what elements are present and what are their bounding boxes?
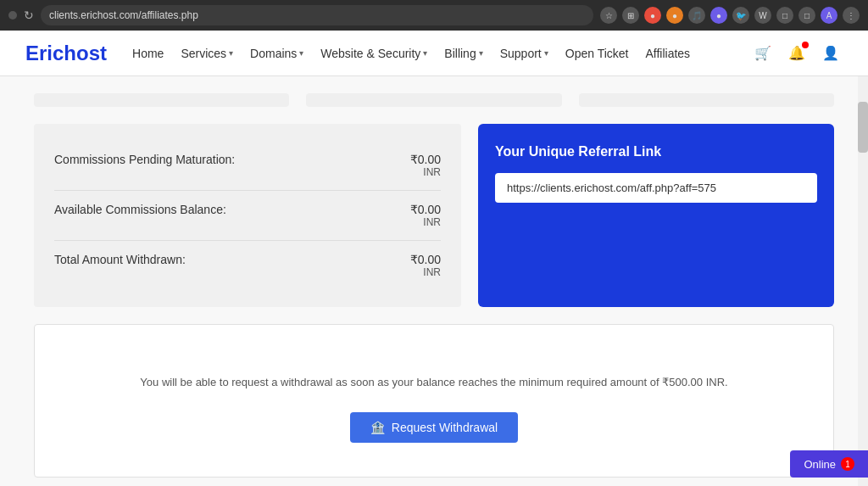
ext-btn6[interactable]: 🐦	[732, 7, 749, 24]
star-btn[interactable]: ☆	[600, 7, 617, 24]
commission-row-2: Available Commissions Balance: ₹0.00 INR	[54, 191, 441, 241]
commission-pending-label: Commissions Pending Maturation:	[54, 153, 235, 166]
browser-dot	[8, 11, 17, 20]
commission-withdrawn-label: Total Amount Withdrawn:	[54, 253, 186, 266]
url-bar[interactable]: clients.erichost.com/affiliates.php	[41, 5, 593, 25]
referral-card: Your Unique Referral Link https://client…	[478, 124, 834, 307]
nav-support[interactable]: Support ▾	[500, 47, 548, 60]
withdrawal-icon: 🏦	[370, 421, 385, 434]
nav-domains[interactable]: Domains ▾	[250, 47, 303, 60]
cart-icon[interactable]: 🛒	[751, 42, 775, 65]
menu-btn[interactable]: ⋮	[843, 7, 860, 24]
main-content: Commissions Pending Maturation: ₹0.00 IN…	[0, 76, 868, 486]
partial-card-1	[34, 93, 289, 107]
browser-actions: ☆ ⊞ ● ● 🎵 ● 🐦 W □ □ A ⋮	[600, 7, 860, 24]
ext-btn8[interactable]: □	[776, 7, 793, 24]
commission-withdrawn-amount: ₹0.00 INR	[410, 253, 441, 278]
navbar: Erichost Home Services ▾ Domains ▾ Websi…	[0, 31, 868, 76]
withdrawal-button-label: Request Withdrawal	[392, 421, 498, 434]
ext-btn4[interactable]: 🎵	[688, 7, 705, 24]
brand-logo[interactable]: Erichost	[25, 42, 107, 65]
online-chat-label: Online	[804, 458, 836, 471]
partial-card-3	[579, 93, 834, 107]
commission-card: Commissions Pending Maturation: ₹0.00 IN…	[34, 124, 461, 307]
referral-link-box[interactable]: https://clients.erichost.com/aff.php?aff…	[495, 173, 817, 203]
nav-website-security[interactable]: Website & Security ▾	[320, 47, 427, 60]
ext-btn1[interactable]: ⊞	[622, 7, 639, 24]
commission-available-amount: ₹0.00 INR	[410, 203, 441, 228]
commission-row-1: Commissions Pending Maturation: ₹0.00 IN…	[54, 141, 441, 191]
nav-open-ticket[interactable]: Open Ticket	[565, 47, 629, 60]
ext-btn5[interactable]: ●	[710, 7, 727, 24]
nav-services[interactable]: Services ▾	[181, 47, 233, 60]
website-security-chevron-icon: ▾	[423, 48, 427, 58]
user-icon[interactable]: 👤	[819, 42, 843, 65]
nav-links: Home Services ▾ Domains ▾ Website & Secu…	[132, 47, 726, 60]
commission-pending-amount: ₹0.00 INR	[410, 153, 441, 178]
partial-card-2	[306, 93, 561, 107]
request-withdrawal-button[interactable]: 🏦 Request Withdrawal	[350, 412, 518, 443]
services-chevron-icon: ▾	[229, 48, 233, 58]
commission-available-label: Available Commissions Balance:	[54, 203, 226, 216]
ext-btn9[interactable]: □	[798, 7, 815, 24]
url-text: clients.erichost.com/affiliates.php	[49, 9, 198, 21]
top-partial-row	[34, 93, 834, 107]
ext-btn7[interactable]: W	[754, 7, 771, 24]
content-row: Commissions Pending Maturation: ₹0.00 IN…	[34, 124, 834, 307]
support-chevron-icon: ▾	[544, 48, 548, 58]
scrollbar-track[interactable]	[858, 76, 868, 486]
domains-chevron-icon: ▾	[299, 48, 303, 58]
scrollbar-thumb[interactable]	[858, 102, 868, 153]
nav-home[interactable]: Home	[132, 47, 164, 60]
billing-chevron-icon: ▾	[479, 48, 483, 58]
online-chat-button[interactable]: Online 1	[790, 450, 868, 478]
bell-icon[interactable]: 🔔	[785, 42, 809, 65]
reload-icon[interactable]: ↻	[24, 8, 34, 22]
ext-btn2[interactable]: ●	[644, 7, 661, 24]
bell-badge	[802, 42, 809, 48]
online-chat-badge: 1	[841, 457, 854, 471]
withdrawal-message: You will be able to request a withdrawal…	[69, 376, 799, 388]
referral-title: Your Unique Referral Link	[495, 144, 817, 159]
ext-btn3[interactable]: ●	[666, 7, 683, 24]
nav-affiliates[interactable]: Affiliates	[645, 47, 690, 60]
commission-row-3: Total Amount Withdrawn: ₹0.00 INR	[54, 241, 441, 290]
browser-chrome: ↻ clients.erichost.com/affiliates.php ☆ …	[0, 0, 868, 31]
nav-icons: 🛒 🔔 👤	[751, 42, 843, 65]
nav-billing[interactable]: Billing ▾	[444, 47, 482, 60]
withdrawal-section: You will be able to request a withdrawal…	[34, 324, 834, 478]
profile-btn[interactable]: A	[821, 7, 837, 24]
